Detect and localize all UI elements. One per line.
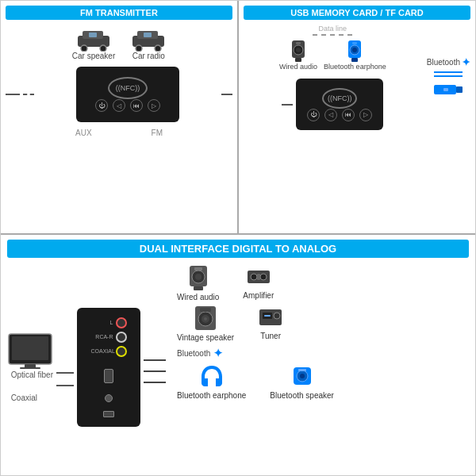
bluetooth-symbol: ✦	[462, 56, 470, 68]
prev-btn[interactable]: ◁	[113, 99, 125, 112]
usb-prev-btn[interactable]: ◁	[324, 109, 337, 121]
wired-audio-out-icon	[186, 264, 210, 291]
svg-rect-22	[443, 88, 448, 91]
bt-earphone-label: Bluetooth earphone	[324, 63, 386, 71]
usb-device-row: ((NFC)) ⏻ ◁ ⏮ ▷	[282, 75, 383, 133]
output-lines	[144, 359, 166, 383]
amplifier-icon	[246, 264, 271, 290]
optical-fiber-label: Optical fiber	[11, 370, 53, 379]
svg-rect-30	[194, 267, 202, 271]
car-radio-item: Car radio	[131, 28, 166, 60]
bt-arrows	[434, 71, 463, 77]
rca-l	[116, 317, 127, 328]
next-btn[interactable]: ▷	[148, 99, 160, 112]
bottom-content: Optical fiber Coaxial L	[7, 264, 469, 470]
svg-rect-48	[298, 369, 306, 371]
rca-section: L RCA-R COAXIAL	[91, 317, 127, 357]
svg-point-8	[155, 45, 161, 52]
fiber-coax-labels: Optical fiber Coaxial	[11, 370, 53, 402]
svg-rect-31	[194, 286, 203, 290]
svg-point-29	[195, 274, 202, 280]
vintage-speaker-icon	[194, 305, 217, 332]
play-btn[interactable]: ⏮	[130, 99, 143, 112]
bt-speaker-icon	[290, 363, 314, 390]
svg-rect-18	[352, 42, 357, 44]
fm-labels: AUX FM	[67, 129, 171, 137]
wired-audio-icon	[290, 39, 307, 63]
main-container: FM TRANSMITTER Car speaker	[0, 0, 476, 476]
svg-point-47	[300, 374, 305, 378]
bt-earphone-out-icon	[200, 363, 224, 390]
wired-audio-item: Wired audio	[279, 39, 317, 71]
usb-right: Bluetooth ✦	[427, 56, 470, 99]
outputs-area: Wired audio Amplifier	[171, 264, 469, 470]
usb-device-box: ((NFC)) ⏻ ◁ ⏮ ▷	[296, 79, 383, 130]
bluetooth-label-row: Bluetooth ✦	[427, 56, 470, 68]
fm-device-box: ((NFC)) ⏻ ◁ ⏮ ▷	[76, 67, 179, 122]
svg-rect-21	[456, 86, 463, 93]
device-buttons: ⏻ ◁ ⏮ ▷	[95, 99, 160, 112]
panel-bottom: DUAL INTERFACE DIGITAL TO ANALOG Optical…	[1, 235, 475, 475]
rca-coaxial	[116, 346, 127, 357]
dual-bt-label: Bluetooth	[177, 349, 210, 358]
car-speaker-label: Car speaker	[72, 52, 115, 60]
output-amplifier: Amplifier	[243, 264, 274, 301]
outputs-row2: Vintage speaker Tuner	[177, 305, 469, 342]
svg-point-34	[260, 274, 267, 280]
bt-row: Bluetooth ✦	[177, 347, 469, 359]
svg-point-3	[100, 45, 106, 52]
svg-rect-40	[200, 308, 211, 312]
output-bt-earphone: Bluetooth earphone	[177, 363, 246, 400]
dual-title: DUAL INTERFACE DIGITAL TO ANALOG	[7, 240, 469, 258]
power-btn[interactable]: ⏻	[95, 99, 108, 112]
rca-r	[116, 332, 127, 343]
top-row: FM TRANSMITTER Car speaker	[1, 1, 475, 235]
outputs-row1: Wired audio Amplifier	[177, 264, 469, 301]
tv-icon	[7, 332, 53, 369]
output-tuner: Tuner	[258, 305, 283, 342]
panel-usb: USB MEMORY CARD / TF CARD Data line	[239, 1, 475, 233]
main-device-box: L RCA-R COAXIAL	[77, 308, 140, 427]
wired-audio-label: Wired audio	[279, 63, 317, 71]
output-vintage-speaker: Vintage speaker	[177, 305, 234, 342]
svg-point-7	[136, 45, 142, 52]
fm-title: FM TRANSMITTER	[6, 6, 232, 20]
usb-left: Data line	[244, 25, 422, 133]
bottom-left-area: Optical fiber Coaxial L	[7, 264, 166, 470]
car-speaker-icon	[76, 28, 111, 52]
svg-point-39	[204, 317, 207, 321]
svg-rect-44	[264, 315, 271, 317]
svg-rect-19	[351, 58, 358, 62]
usb-content: Data line	[244, 25, 470, 228]
svg-rect-35	[257, 274, 260, 280]
car-radio-label: Car radio	[132, 52, 165, 60]
usb-device-buttons: ⏻ ◁ ⏮ ▷	[307, 109, 372, 121]
usb-title: USB MEMORY CARD / TF CARD	[244, 6, 470, 20]
svg-rect-24	[12, 336, 48, 360]
svg-point-17	[352, 48, 357, 52]
usb-play-btn[interactable]: ⏮	[342, 109, 355, 121]
tuner-icon	[258, 305, 283, 330]
usb-nfc-ring: ((NFC))	[322, 88, 357, 109]
nfc-ring: ((NFC))	[108, 77, 148, 99]
bt-earphone-item: Bluetooth earphone	[324, 39, 386, 71]
svg-point-2	[81, 45, 87, 52]
aux-port	[105, 394, 113, 402]
car-speaker-item: Car speaker	[72, 28, 115, 60]
usb-next-btn[interactable]: ▷	[359, 109, 372, 121]
svg-rect-14	[295, 58, 301, 62]
bt-earphone-icon	[346, 39, 363, 63]
coaxial-label: Coaxial	[11, 393, 53, 402]
usb-power-btn[interactable]: ⏻	[307, 109, 320, 121]
data-line-label: Data line	[319, 25, 347, 33]
usb-port	[103, 411, 114, 417]
output-wired-audio: Wired audio	[177, 264, 219, 301]
svg-rect-13	[296, 42, 301, 44]
fm-content: Car speaker Car radio	[6, 25, 232, 228]
optical-port	[104, 369, 113, 383]
panel-fm: FM TRANSMITTER Car speaker	[1, 1, 239, 233]
fm-wire-row: ((NFC)) ⏻ ◁ ⏮ ▷	[6, 63, 232, 125]
svg-point-12	[296, 48, 301, 52]
connector-lines	[56, 372, 74, 386]
output-bt-speaker: Bluetooth speaker	[270, 363, 334, 400]
